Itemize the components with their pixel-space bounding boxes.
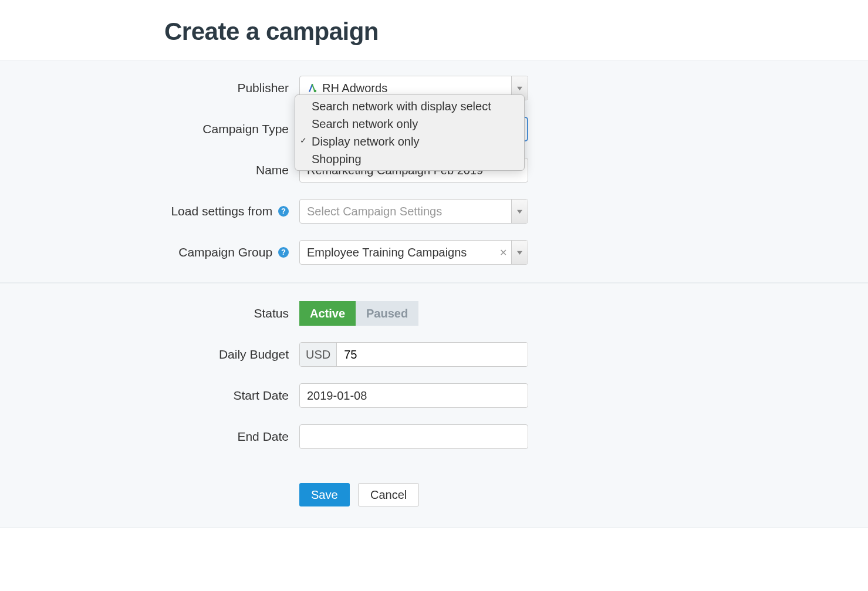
form-section-1: Publisher RH Adwords Search network with… [0,60,868,283]
load-settings-placeholder: Select Campaign Settings [300,200,511,223]
row-status: Status Active Paused [0,301,868,326]
daily-budget-group: USD [299,342,528,367]
label-status: Status [0,306,299,320]
load-settings-select[interactable]: Select Campaign Settings [299,199,528,224]
label-start-date: Start Date [0,389,299,403]
page-header: Create a campaign [0,0,868,60]
daily-budget-input[interactable] [337,343,528,366]
label-campaign-type: Campaign Type [0,122,299,136]
row-publisher: Publisher RH Adwords Search network with… [0,76,868,100]
campaign-type-option[interactable]: Search network with display select [295,97,524,115]
help-icon[interactable]: ? [278,247,289,258]
row-campaign-group: Campaign Group ? Employee Training Campa… [0,240,868,265]
label-publisher: Publisher [0,81,299,95]
campaign-group-select[interactable]: Employee Training Campaigns ✕ [299,240,528,265]
label-campaign-group-text: Campaign Group [178,245,272,259]
svg-point-0 [314,90,317,93]
load-settings-dropdown-arrow[interactable] [511,200,528,223]
campaign-group-clear[interactable]: ✕ [495,241,511,264]
campaign-type-option[interactable]: ✓ Display network only [295,133,524,150]
status-paused-button[interactable]: Paused [356,301,418,326]
row-load-settings: Load settings from ? Select Campaign Set… [0,199,868,224]
check-icon: ✓ [300,135,307,146]
cancel-button[interactable]: Cancel [358,483,419,506]
end-date-input[interactable] [299,424,528,449]
label-load-settings-text: Load settings from [171,204,272,218]
row-daily-budget: Daily Budget USD [0,342,868,367]
label-load-settings: Load settings from ? [0,204,299,218]
status-toggle: Active Paused [299,301,418,326]
campaign-type-option[interactable]: Shopping [295,150,524,168]
form-section-2: Status Active Paused Daily Budget USD St… [0,283,868,528]
row-start-date: Start Date [0,383,868,408]
campaign-group-value: Employee Training Campaigns [300,241,495,264]
row-end-date: End Date [0,424,868,449]
label-name: Name [0,163,299,177]
publisher-value-text: RH Adwords [322,82,387,95]
start-date-input[interactable] [299,383,528,408]
save-button[interactable]: Save [299,483,350,506]
campaign-type-dropdown-menu: Search network with display select Searc… [295,94,525,171]
label-end-date: End Date [0,430,299,444]
label-daily-budget: Daily Budget [0,347,299,362]
campaign-type-option-label: Display network only [312,135,419,148]
campaign-type-option[interactable]: Search network only [295,115,524,133]
row-actions: Save Cancel [0,465,868,506]
label-campaign-group: Campaign Group ? [0,245,299,259]
help-icon[interactable]: ? [278,206,289,217]
campaign-group-dropdown-arrow[interactable] [511,241,528,264]
currency-addon: USD [300,343,337,366]
adwords-icon [307,82,318,94]
status-active-button[interactable]: Active [299,301,356,326]
page-title: Create a campaign [164,18,868,46]
